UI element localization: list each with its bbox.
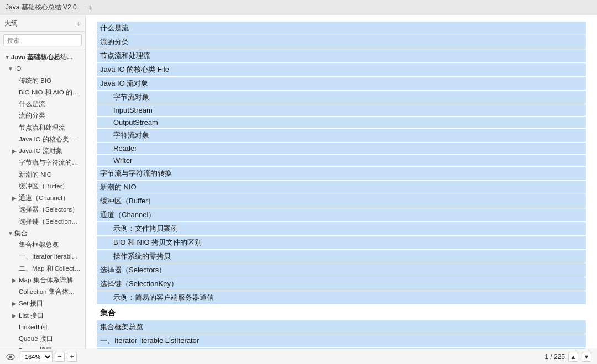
sidebar-tree-item[interactable]: List 接口 (0, 310, 85, 321)
content-item[interactable]: Java IO 的核心类 File (97, 63, 586, 76)
tree-item-label: 字节流与字符流的转换 (19, 158, 81, 167)
sidebar-tree-item[interactable]: 通道（Channel） (0, 192, 85, 204)
title-bar: Java 基础核心总结 V2.0 + (0, 0, 597, 15)
tree-item-label: Map 集合体系详解 (19, 276, 73, 285)
tree-item-label: 节点流和处理流 (19, 123, 65, 133)
sidebar-tree-item[interactable]: 传统的 BIO (0, 75, 85, 87)
sidebar-tree-item[interactable]: Queue 接口 (0, 333, 85, 345)
sidebar-tree-item[interactable]: 选择键（SelectionKey） (0, 216, 85, 228)
add-section-button[interactable]: + (76, 19, 81, 28)
sidebar-tree-item[interactable]: Java IO 的核心类 File (0, 134, 85, 145)
content-item[interactable]: 字节流对象 (97, 91, 586, 104)
tree-item-label: 缓冲区（Buffer） (19, 182, 69, 191)
tree-item-label: Java IO 流对象 (19, 146, 62, 156)
zoom-controls: 50%75%100%125%150%164%175%200% − + (20, 351, 77, 362)
sidebar-header: 大纲 + (0, 15, 85, 32)
svg-point-1 (9, 355, 12, 358)
sidebar-tree-item[interactable]: 一、Iterator Iterable Lis... (0, 251, 85, 262)
tree-item-label: Queue 接口 (19, 334, 53, 344)
tree-item-label: IO (14, 64, 21, 73)
content-item[interactable]: 通道（Channel） (97, 208, 586, 221)
content-item[interactable]: 节点流和处理流 (97, 49, 586, 62)
sidebar-tree-item[interactable]: 缓冲区（Buffer） (0, 181, 85, 192)
zoom-select[interactable]: 50%75%100%125%150%164%175%200% (20, 351, 53, 362)
tree-item-label: 新潮的 NIO (19, 170, 52, 180)
tree-item-label: 选择键（SelectionKey） (19, 217, 81, 226)
title-plus-button[interactable]: + (88, 3, 92, 12)
tree-arrow-icon (4, 53, 11, 61)
sidebar-tree-item[interactable]: Java IO 流对象 (0, 145, 85, 157)
window-title: Java 基础核心总结 V2.0 (6, 3, 77, 12)
tree-item-label: List 接口 (19, 311, 44, 320)
tree-item-label: Java 基础核心总结 V2.0 (11, 52, 75, 62)
sidebar-tree-item[interactable]: 选择器（Selectors） (0, 204, 85, 215)
sidebar-tree-item[interactable]: Map 集合体系详解 (0, 275, 85, 286)
status-bar: 50%75%100%125%150%164%175%200% − + 1 / 2… (0, 349, 597, 364)
sidebar-tree-item[interactable]: 流的分类 (0, 110, 85, 122)
page-down-button[interactable]: ▼ (582, 352, 591, 362)
content-item[interactable]: 字符流对象 (97, 129, 586, 142)
page-info: 1 / 225 (544, 353, 565, 361)
content-item[interactable]: 缓冲区（Buffer） (97, 194, 586, 208)
content-section-header: 集合 (97, 305, 586, 320)
content-item[interactable]: 字节流与字符流的转换 (97, 167, 586, 180)
content-item[interactable]: 一、Iterator Iterable ListIterator (97, 334, 586, 347)
tree-item-label: Java IO 的核心类 File (19, 135, 81, 144)
sidebar-tree-item[interactable]: 二、Map 和 Collection... (0, 263, 85, 275)
eye-icon[interactable] (6, 352, 15, 362)
sidebar-tree-item[interactable]: Collection 集合体系详解 (0, 286, 85, 298)
tree-item-label: 集合 (14, 229, 28, 238)
search-input[interactable] (3, 34, 82, 46)
sidebar-tree-item[interactable]: 集合 (0, 228, 85, 239)
sidebar-tree: Java 基础核心总结 V2.0IO传统的 BIOBIO NIO 和 AIO 的… (0, 49, 85, 349)
status-right: 1 / 225 ▲ ▼ (544, 352, 591, 362)
content-item[interactable]: 示例：简易的客户端服务器通信 (97, 291, 586, 304)
page-up-button[interactable]: ▲ (568, 352, 578, 362)
content-item[interactable]: 操作系统的零拷贝 (97, 250, 586, 263)
zoom-out-button[interactable]: − (55, 352, 65, 362)
outline-title: 大纲 (4, 19, 18, 28)
content-item[interactable]: 选择键（SelectionKey） (97, 277, 586, 291)
tree-item-label: 流的分类 (19, 111, 45, 120)
sidebar-tree-item[interactable]: IO (0, 63, 85, 75)
status-left: 50%75%100%125%150%164%175%200% − + (6, 351, 77, 362)
sidebar-tree-item[interactable]: 什么是流 (0, 98, 85, 110)
zoom-in-button[interactable]: + (67, 352, 77, 362)
content-area: 什么是流流的分类节点流和处理流Java IO 的核心类 FileJava IO … (86, 15, 597, 349)
content-item[interactable]: OutputStream (97, 117, 586, 128)
sidebar-tree-item[interactable]: 字节流与字符流的转换 (0, 157, 85, 168)
sidebar-tree-item[interactable]: 节点流和处理流 (0, 122, 85, 134)
tree-arrow-icon (12, 147, 19, 155)
tree-item-label: Set 接口 (19, 299, 43, 308)
tree-item-label: 传统的 BIO (19, 76, 51, 86)
tree-arrow-icon (8, 65, 14, 73)
content-item[interactable]: Writer (97, 155, 586, 166)
sidebar-tree-item[interactable]: Set 接口 (0, 298, 85, 309)
sidebar: 大纲 + Java 基础核心总结 V2.0IO传统的 BIOBIO NIO 和 … (0, 15, 86, 349)
sidebar-tree-item[interactable]: Deque 接口 (0, 345, 85, 349)
tree-item-label: LinkedList (19, 323, 48, 332)
tree-arrow-icon (12, 299, 19, 308)
content-item[interactable]: 选择器（Selectors） (97, 263, 586, 277)
tree-item-label: BIO NIO 和 AIO 的区别 (19, 88, 81, 97)
sidebar-search-container (0, 32, 85, 49)
content-item[interactable]: Java IO 流对象 (97, 77, 586, 90)
tree-arrow-icon (12, 276, 19, 284)
tree-item-label: 选择器（Selectors） (19, 205, 78, 214)
content-item[interactable]: 什么是流 (97, 22, 586, 35)
tree-item-label: 一、Iterator Iterable Lis... (19, 252, 81, 261)
content-item[interactable]: BIO 和 NIO 拷贝文件的区别 (97, 236, 586, 249)
tree-arrow-icon (12, 194, 19, 202)
tree-item-label: 二、Map 和 Collection... (19, 264, 81, 273)
content-item[interactable]: 流的分类 (97, 35, 586, 49)
content-item[interactable]: 新潮的 NIO (97, 181, 586, 194)
content-item[interactable]: InputStream (97, 104, 586, 116)
sidebar-tree-item[interactable]: Java 基础核心总结 V2.0 (0, 51, 85, 63)
content-item[interactable]: 示例：文件拷贝案例 (97, 222, 586, 235)
sidebar-tree-item[interactable]: BIO NIO 和 AIO 的区别 (0, 87, 85, 98)
sidebar-tree-item[interactable]: 新潮的 NIO (0, 169, 85, 181)
sidebar-tree-item[interactable]: 集合框架总览 (0, 239, 85, 251)
content-item[interactable]: Reader (97, 143, 586, 154)
sidebar-tree-item[interactable]: LinkedList (0, 321, 85, 333)
content-item[interactable]: 集合框架总览 (97, 320, 586, 334)
